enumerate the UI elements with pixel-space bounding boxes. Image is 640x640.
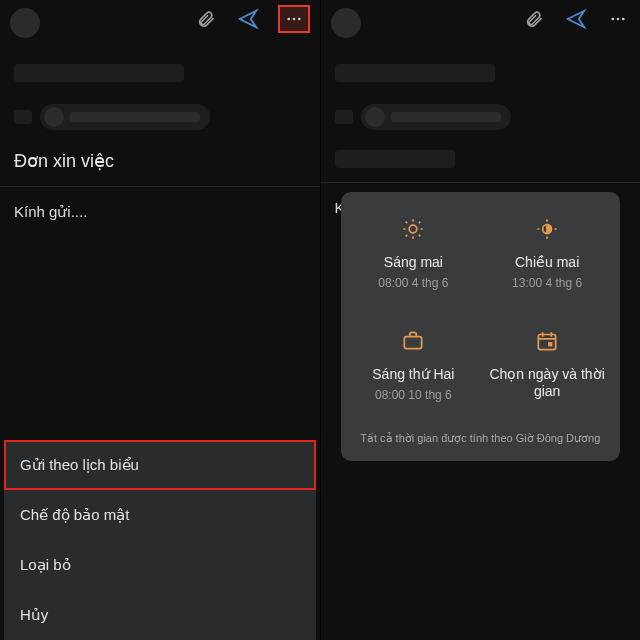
schedule-timezone-note: Tất cả thời gian được tính theo Giờ Đông… (351, 432, 611, 445)
to-label (335, 110, 353, 124)
more-menu-button-highlighted[interactable] (278, 5, 310, 33)
briefcase-icon (398, 326, 428, 356)
recipient-chip[interactable] (361, 104, 511, 130)
subject-field[interactable]: Đơn xin việc (14, 150, 306, 172)
send-icon[interactable] (236, 7, 260, 31)
schedule-option-title: Chọn ngày và thời gian (484, 366, 610, 400)
compose-toolbar (321, 0, 641, 38)
svg-rect-10 (548, 342, 552, 346)
body-text[interactable]: Kính gửi.... (14, 203, 306, 221)
svg-point-2 (297, 18, 300, 21)
schedule-option-time: 08:00 10 thg 6 (351, 388, 477, 402)
menu-discard[interactable]: Loại bỏ (4, 540, 316, 590)
svg-point-1 (292, 18, 295, 21)
schedule-option-time: 08:00 4 thg 6 (351, 276, 477, 290)
half-sun-icon (532, 214, 562, 244)
menu-confidential-mode[interactable]: Chế độ bảo mật (4, 490, 316, 540)
svg-point-0 (287, 18, 290, 21)
menu-cancel[interactable]: Hủy (4, 590, 316, 640)
more-icon[interactable] (606, 7, 630, 31)
divider (321, 182, 641, 183)
from-field[interactable] (335, 64, 495, 82)
svg-point-6 (410, 225, 418, 233)
avatar (331, 8, 361, 38)
schedule-option-title: Sáng mai (351, 254, 477, 271)
svg-point-5 (622, 18, 625, 21)
recipient-avatar (365, 107, 385, 127)
schedule-option-time: 13:00 4 thg 6 (484, 276, 610, 290)
sun-morning-icon (398, 214, 428, 244)
recipient-chip[interactable] (40, 104, 210, 130)
schedule-option-tomorrow-afternoon[interactable]: Chiều mai 13:00 4 thg 6 (484, 214, 610, 290)
send-icon[interactable] (564, 7, 588, 31)
compose-pane-right: Kính gửi.... Sáng mai 08:00 4 thg 6 Chiề… (320, 0, 641, 640)
svg-rect-8 (405, 336, 422, 348)
compose-pane-left: Đơn xin việc Kính gửi.... Gửi theo lịch … (0, 0, 320, 640)
subject-field[interactable] (335, 150, 455, 168)
schedule-option-tomorrow-morning[interactable]: Sáng mai 08:00 4 thg 6 (351, 214, 477, 290)
schedule-send-picker: Sáng mai 08:00 4 thg 6 Chiều mai 13:00 4… (341, 192, 621, 461)
svg-point-3 (611, 18, 614, 21)
compose-toolbar (0, 0, 320, 38)
schedule-option-monday-morning[interactable]: Sáng thứ Hai 08:00 10 thg 6 (351, 326, 477, 405)
action-sheet: Gửi theo lịch biểu Chế độ bảo mật Loại b… (4, 440, 316, 640)
schedule-option-pick-datetime[interactable]: Chọn ngày và thời gian (484, 326, 610, 405)
to-field[interactable] (14, 104, 320, 130)
schedule-option-title: Sáng thứ Hai (351, 366, 477, 383)
avatar (10, 8, 40, 38)
recipient-name (391, 112, 501, 122)
from-field[interactable] (14, 64, 184, 82)
attach-icon[interactable] (522, 7, 546, 31)
svg-point-4 (617, 18, 620, 21)
calendar-icon (532, 326, 562, 356)
recipient-name (70, 112, 200, 122)
to-field[interactable] (335, 104, 641, 130)
to-label (14, 110, 32, 124)
menu-schedule-send[interactable]: Gửi theo lịch biểu (4, 440, 316, 490)
attach-icon[interactable] (194, 7, 218, 31)
recipient-avatar (44, 107, 64, 127)
svg-rect-9 (538, 334, 555, 349)
divider (0, 186, 320, 187)
schedule-option-title: Chiều mai (484, 254, 610, 271)
